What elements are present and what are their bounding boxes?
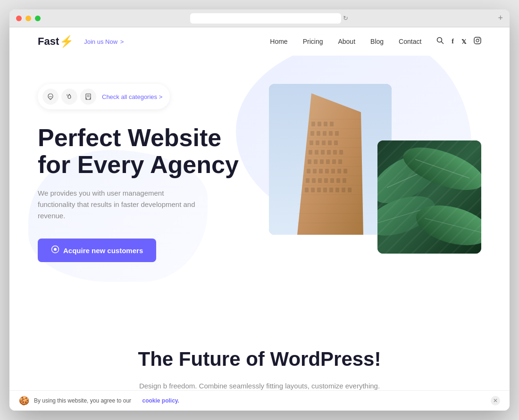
svg-rect-16 (318, 122, 321, 126)
categories-badge[interactable]: Check all categories > (38, 84, 170, 109)
svg-point-3 (476, 39, 479, 42)
svg-point-12 (54, 248, 57, 251)
cookie-icon: 🍪 (19, 395, 29, 406)
navbar: Fast ⚡ Join us Now > Home Pricing About … (9, 27, 510, 56)
svg-rect-18 (330, 122, 334, 126)
svg-rect-62 (348, 188, 352, 192)
svg-rect-38 (326, 159, 330, 164)
search-icon[interactable] (436, 37, 444, 46)
nav-contact[interactable]: Contact (399, 38, 421, 45)
svg-rect-33 (333, 150, 337, 155)
hero-subtitle: We provides you with user management fun… (38, 188, 198, 222)
nav-pricing[interactable]: Pricing (303, 38, 323, 45)
building-illustration (269, 84, 392, 235)
join-us-link[interactable]: Join us Now > (83, 38, 124, 45)
new-tab-button[interactable]: + (498, 13, 503, 23)
cat-icon-3 (80, 89, 96, 105)
svg-rect-54 (343, 178, 346, 183)
nav-about[interactable]: About (338, 38, 355, 45)
svg-rect-53 (336, 178, 340, 183)
svg-rect-37 (320, 159, 324, 164)
svg-rect-24 (310, 140, 313, 145)
svg-rect-36 (314, 159, 318, 164)
svg-rect-50 (318, 178, 322, 183)
join-us-label: Join us Now (84, 38, 117, 45)
svg-rect-58 (323, 188, 327, 192)
svg-rect-49 (312, 178, 316, 183)
cat-icon-2 (61, 89, 77, 105)
logo[interactable]: Fast ⚡ (38, 35, 74, 48)
acquire-customers-button[interactable]: Acquire new customers (38, 239, 156, 262)
url-input[interactable]: essentials.pixfort.com (190, 13, 341, 24)
svg-rect-28 (334, 140, 338, 145)
svg-rect-26 (322, 140, 326, 145)
svg-rect-42 (313, 169, 317, 173)
cookie-banner: 🍪 By using this website, you agree to ou… (9, 390, 510, 411)
svg-rect-17 (324, 122, 327, 126)
hero-title: Perfect Website for Every Agency (38, 124, 241, 178)
svg-rect-32 (327, 150, 331, 155)
title-bar: essentials.pixfort.com ↻ + (9, 9, 510, 27)
svg-rect-31 (321, 150, 325, 155)
svg-rect-35 (308, 159, 311, 164)
svg-line-1 (442, 42, 444, 44)
svg-rect-29 (309, 150, 312, 155)
site-content: Fast ⚡ Join us Now > Home Pricing About … (9, 27, 510, 406)
svg-rect-47 (343, 169, 347, 173)
nav-blog[interactable]: Blog (370, 38, 384, 45)
svg-rect-86 (377, 140, 481, 254)
cookie-close-button[interactable]: ✕ (491, 396, 500, 405)
svg-rect-60 (335, 188, 339, 192)
svg-rect-48 (306, 178, 310, 183)
svg-rect-52 (330, 178, 334, 183)
maximize-dot[interactable] (35, 16, 41, 21)
svg-rect-56 (311, 188, 315, 192)
svg-rect-40 (338, 159, 342, 164)
hero-inner: Check all categories > Perfect Website f… (38, 84, 481, 263)
svg-rect-34 (339, 150, 343, 155)
svg-rect-15 (311, 122, 315, 126)
svg-rect-21 (323, 131, 326, 136)
url-bar: essentials.pixfort.com ↻ (44, 13, 494, 24)
instagram-icon[interactable] (474, 37, 481, 46)
nav-home[interactable]: Home (270, 38, 287, 45)
svg-rect-55 (305, 188, 309, 192)
facebook-icon[interactable]: f (452, 38, 454, 45)
refresh-icon[interactable]: ↻ (343, 15, 348, 22)
nav-icons: f 𝕏 (436, 37, 481, 46)
svg-rect-51 (324, 178, 328, 183)
svg-rect-20 (317, 131, 320, 136)
close-dot[interactable] (16, 16, 22, 21)
hero-image-building (269, 84, 392, 235)
svg-rect-39 (332, 159, 336, 164)
svg-rect-59 (329, 188, 333, 192)
cookie-text: By using this website, you agree to our (34, 397, 131, 404)
hero-right (260, 84, 481, 263)
svg-rect-45 (331, 169, 335, 173)
svg-rect-43 (319, 169, 323, 173)
svg-rect-2 (474, 37, 481, 44)
cat-icon-1 (42, 89, 59, 105)
logo-text: Fast (38, 35, 59, 48)
svg-rect-30 (315, 150, 318, 155)
category-icons (42, 89, 96, 105)
svg-rect-57 (317, 188, 321, 192)
nav-links: Home Pricing About Blog Contact (270, 38, 421, 45)
svg-rect-19 (310, 131, 314, 136)
logo-bolt: ⚡ (59, 35, 74, 48)
cta-label: Acquire new customers (63, 247, 143, 255)
svg-point-4 (479, 38, 480, 39)
svg-rect-27 (328, 140, 332, 145)
svg-rect-22 (329, 131, 333, 136)
twitter-icon[interactable]: 𝕏 (461, 38, 466, 45)
svg-rect-61 (342, 188, 345, 192)
minimize-dot[interactable] (25, 16, 31, 21)
site-wrapper: Fast ⚡ Join us Now > Home Pricing About … (9, 27, 510, 411)
cookie-policy-link[interactable]: cookie policy. (142, 397, 179, 404)
join-us-arrow: > (120, 38, 124, 45)
svg-rect-41 (307, 169, 310, 173)
svg-rect-44 (325, 169, 329, 173)
check-all-text[interactable]: Check all categories > (102, 93, 162, 100)
cta-icon (51, 245, 59, 255)
hero-section: Check all categories > Perfect Website f… (9, 56, 510, 320)
